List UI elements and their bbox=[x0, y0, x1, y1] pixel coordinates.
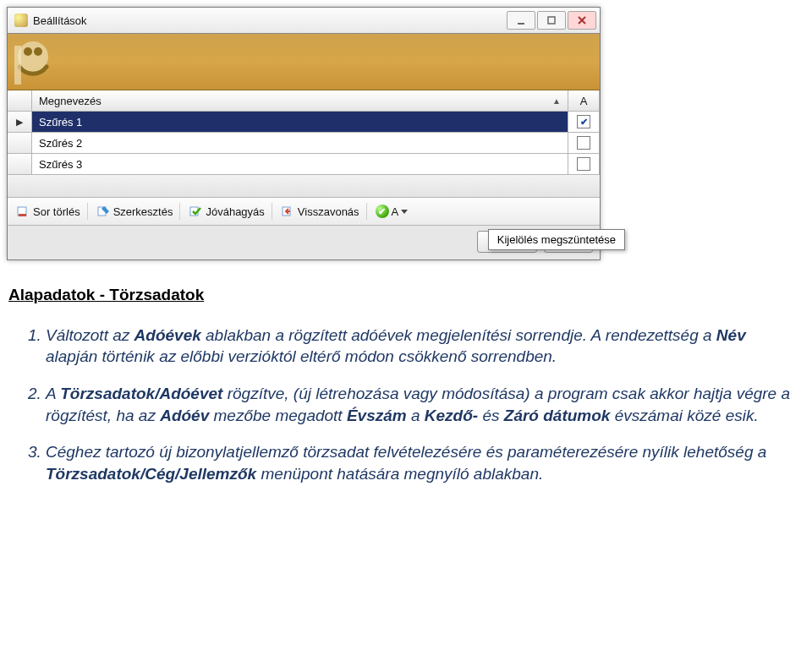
minimize-icon bbox=[515, 14, 527, 26]
a-toggle-button[interactable]: ✔ A bbox=[372, 204, 412, 219]
row-name-cell[interactable]: Szűrés 1 bbox=[32, 112, 568, 132]
edit-button[interactable]: Szerkesztés bbox=[93, 203, 181, 220]
grid-header: Megnevezés ▲ A bbox=[8, 90, 600, 112]
delete-row-icon bbox=[16, 205, 30, 218]
row-checkbox-cell[interactable] bbox=[568, 133, 600, 153]
row-name-cell[interactable]: Szűrés 2 bbox=[32, 133, 568, 153]
titlebar: Beállítások bbox=[8, 8, 600, 34]
close-button[interactable] bbox=[568, 11, 596, 30]
checkbox-unchecked[interactable] bbox=[577, 157, 590, 171]
svg-rect-7 bbox=[19, 214, 26, 216]
delete-row-button[interactable]: Sor törlés bbox=[13, 203, 88, 220]
doc-heading: Alapadatok - Törzsadatok bbox=[8, 284, 795, 306]
app-icon bbox=[14, 14, 28, 27]
grid-filler bbox=[8, 175, 600, 198]
table-row[interactable]: ▶ Szűrés 1 ✔ bbox=[8, 112, 600, 133]
window-title: Beállítások bbox=[33, 14, 507, 27]
document-body: Alapadatok - Törzsadatok Változott az Ad… bbox=[0, 260, 812, 516]
row-selector bbox=[8, 133, 32, 153]
sort-indicator-icon: ▲ bbox=[552, 96, 561, 106]
ribbon-decor-icon bbox=[13, 37, 69, 86]
row-name-cell[interactable]: Szűrés 3 bbox=[32, 154, 568, 174]
svg-rect-5 bbox=[14, 46, 21, 85]
edit-label: Szerkesztés bbox=[113, 205, 173, 218]
window-controls bbox=[507, 11, 596, 30]
column-header-a-text: A bbox=[580, 95, 588, 107]
list-item: Változott az Adóévek ablakban a rögzítet… bbox=[46, 325, 795, 368]
action-bar: Sor törlés Szerkesztés Jóváhagyás Vissza… bbox=[8, 198, 600, 226]
delete-row-label: Sor törlés bbox=[33, 205, 80, 218]
maximize-icon bbox=[546, 14, 557, 26]
revoke-label: Visszavonás bbox=[298, 205, 359, 218]
minimize-button[interactable] bbox=[507, 11, 535, 30]
maximize-button[interactable] bbox=[537, 11, 566, 30]
doc-list: Változott az Adóévek ablakban a rögzítet… bbox=[8, 325, 795, 485]
column-header-name[interactable]: Megnevezés ▲ bbox=[32, 90, 568, 111]
revoke-icon bbox=[281, 205, 294, 218]
svg-rect-1 bbox=[548, 17, 555, 24]
column-header-name-text: Megnevezés bbox=[39, 95, 102, 107]
approve-icon bbox=[189, 205, 202, 218]
row-selector: ▶ bbox=[8, 112, 32, 132]
approve-button[interactable]: Jóváhagyás bbox=[185, 203, 272, 220]
row-checkbox-cell[interactable]: ✔ bbox=[568, 112, 600, 132]
svg-rect-0 bbox=[518, 23, 524, 25]
svg-point-3 bbox=[24, 47, 32, 56]
column-header-a[interactable]: A bbox=[568, 90, 600, 111]
svg-point-4 bbox=[34, 47, 42, 56]
tooltip-text: Kijelölés megszüntetése bbox=[497, 233, 616, 246]
close-icon bbox=[576, 14, 588, 26]
a-toggle-label: A bbox=[392, 205, 399, 218]
row-selector-header bbox=[8, 90, 32, 111]
row-checkbox-cell[interactable] bbox=[568, 154, 600, 174]
list-item: A Törzsadatok/Adóévet rögzítve, (új létr… bbox=[46, 383, 795, 426]
bottom-bar: ✔ Ok Kijelölés megszüntetése bbox=[8, 226, 600, 259]
approve-label: Jóváhagyás bbox=[206, 205, 264, 218]
settings-window: Beállítások Megnevezés ▲ bbox=[7, 7, 601, 260]
edit-icon bbox=[96, 205, 110, 218]
checkbox-checked[interactable]: ✔ bbox=[577, 115, 590, 128]
row-name-text: Szűrés 1 bbox=[39, 116, 82, 128]
row-selector bbox=[8, 154, 32, 174]
ribbon-header bbox=[8, 34, 600, 90]
chevron-down-icon bbox=[401, 210, 408, 214]
table-row[interactable]: Szűrés 2 bbox=[8, 133, 600, 154]
revoke-button[interactable]: Visszavonás bbox=[277, 203, 367, 220]
checkbox-unchecked[interactable] bbox=[577, 136, 590, 150]
row-name-text: Szűrés 3 bbox=[39, 158, 82, 171]
check-circle-icon: ✔ bbox=[376, 205, 389, 218]
tooltip: Kijelölés megszüntetése bbox=[488, 229, 625, 250]
table-row[interactable]: Szűrés 3 bbox=[8, 154, 600, 175]
row-name-text: Szűrés 2 bbox=[39, 137, 82, 150]
list-item: Céghez tartozó új bizonylatjellemző törz… bbox=[46, 441, 795, 484]
